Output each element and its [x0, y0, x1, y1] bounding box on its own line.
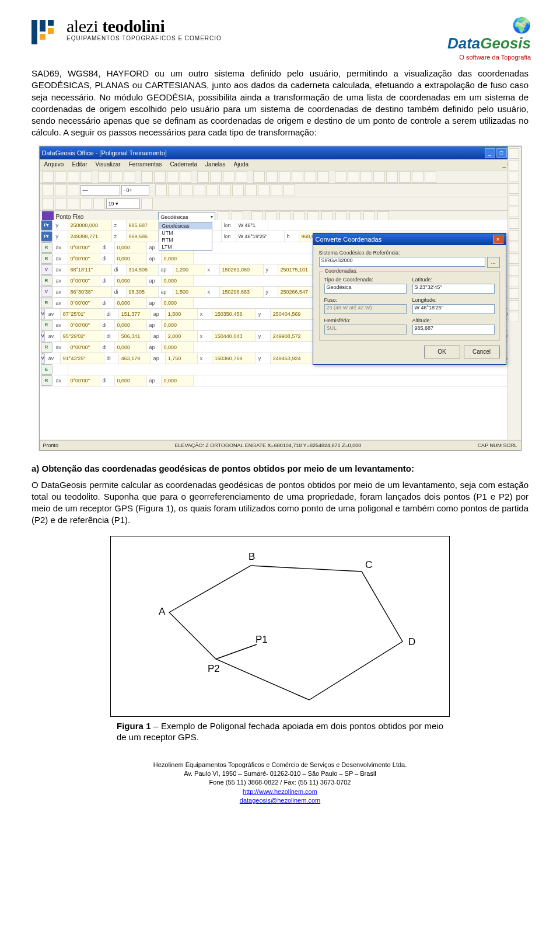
menu-ajuda[interactable]: Ajuda: [234, 161, 249, 168]
toolbar-button[interactable]: [42, 171, 54, 183]
rtool-button[interactable]: [509, 288, 519, 299]
table-cell[interactable]: 969,686: [127, 231, 159, 242]
table-cell[interactable]: y: [256, 309, 271, 319]
table-cell[interactable]: 0°00'00": [68, 298, 100, 308]
toolbar-button[interactable]: [348, 171, 359, 183]
table-cell[interactable]: 0°00'00": [68, 253, 100, 264]
toolbar-button[interactable]: [68, 171, 79, 183]
table-cell[interactable]: 314,506: [127, 264, 159, 275]
cancel-button[interactable]: Cancel: [464, 346, 500, 358]
toolbar-button[interactable]: [42, 198, 54, 210]
table-row[interactable]: Pry250000,000z985,687latS 23°32'45"lonW …: [40, 220, 508, 231]
table-cell[interactable]: 0,000: [162, 320, 194, 330]
lon-input[interactable]: W 46°18'25": [412, 304, 495, 314]
table-cell[interactable]: av: [54, 276, 68, 286]
table-cell[interactable]: ap: [147, 276, 162, 286]
table-cell[interactable]: 0,000: [115, 253, 147, 264]
layer-combo-2[interactable]: 19 ▾: [106, 198, 140, 209]
toolbar-button[interactable]: [80, 198, 92, 210]
rtool-button[interactable]: [509, 242, 519, 252]
table-cell[interactable]: 2,000: [166, 331, 198, 341]
table-row[interactable]: Rav0°00'00"di0,000ap0,000: [40, 375, 508, 386]
table-cell[interactable]: 0°00'00": [68, 375, 100, 386]
table-cell[interactable]: av: [46, 309, 61, 319]
table-cell[interactable]: di: [104, 353, 119, 364]
toolbar-button[interactable]: [111, 171, 123, 183]
table-cell[interactable]: di: [112, 264, 127, 275]
table-cell[interactable]: ap: [151, 353, 166, 364]
table-cell[interactable]: ap: [147, 320, 162, 330]
table-cell[interactable]: 0,000: [115, 298, 147, 308]
table-cell[interactable]: 1,500: [166, 309, 198, 319]
table-cell[interactable]: av: [54, 320, 68, 330]
table-cell[interactable]: y: [264, 287, 278, 297]
toolbar-button[interactable]: [317, 171, 329, 183]
toolbar-button[interactable]: [360, 171, 372, 183]
toolbar-button[interactable]: [68, 184, 79, 196]
table-cell[interactable]: y: [54, 220, 68, 231]
table-cell[interactable]: av: [46, 353, 61, 364]
ref-system-browse[interactable]: ...: [487, 257, 500, 268]
table-cell[interactable]: ap: [151, 309, 166, 319]
rtool-button[interactable]: [509, 300, 519, 311]
toolbar-button[interactable]: [304, 171, 316, 183]
table-cell[interactable]: di: [100, 242, 115, 253]
table-cell[interactable]: 250404,569: [271, 309, 314, 319]
rtool-button[interactable]: [509, 230, 519, 241]
table-cell[interactable]: 150350,456: [212, 309, 256, 319]
rtool-button[interactable]: [509, 253, 519, 264]
table-cell[interactable]: av: [54, 342, 68, 353]
table-cell[interactable]: di: [104, 331, 119, 341]
toolbar-button[interactable]: [236, 171, 247, 183]
table-cell[interactable]: di: [112, 287, 127, 297]
menu-janelas[interactable]: Janelas: [205, 161, 225, 168]
toolbar-button[interactable]: [219, 184, 231, 196]
toolbar-button[interactable]: [180, 171, 191, 183]
toolbar-button[interactable]: [141, 198, 153, 210]
table-cell[interactable]: 150296,663: [220, 287, 264, 297]
table-cell[interactable]: 250000,000: [68, 220, 112, 231]
table-cell[interactable]: di: [100, 276, 115, 286]
rtool-button[interactable]: [509, 183, 519, 194]
layer-combo[interactable]: —: [80, 185, 120, 196]
ref-system-select[interactable]: SIRGAS2000: [319, 257, 485, 267]
alt-input[interactable]: 985,687: [412, 325, 495, 334]
toolbar-button[interactable]: [197, 171, 209, 183]
table-cell[interactable]: ap: [159, 287, 173, 297]
table-cell[interactable]: 0,000: [115, 242, 147, 253]
menu-visualizar[interactable]: Visualizar: [96, 161, 121, 168]
table-cell[interactable]: ap: [147, 342, 162, 353]
toolbar-button[interactable]: [206, 184, 218, 196]
menu-caderneta[interactable]: Caderneta: [170, 161, 197, 168]
table-cell[interactable]: 249398,771: [68, 231, 112, 242]
table-cell[interactable]: av: [46, 331, 61, 341]
table-cell[interactable]: y: [256, 353, 271, 364]
table-cell[interactable]: x: [198, 309, 212, 319]
table-cell[interactable]: z: [112, 231, 127, 242]
toolbar-button[interactable]: [210, 171, 222, 183]
table-cell[interactable]: 86°30'38": [68, 287, 112, 297]
table-cell[interactable]: 463,179: [119, 353, 151, 364]
table-cell[interactable]: 0,000: [162, 375, 194, 386]
dd-item[interactable]: UTM: [159, 229, 212, 236]
rtool-button[interactable]: [509, 265, 519, 276]
toolbar-button[interactable]: [80, 171, 92, 183]
table-cell[interactable]: 1,500: [173, 287, 205, 297]
table-cell[interactable]: 88°18'11": [68, 264, 112, 275]
dd-item[interactable]: LTM: [159, 243, 212, 250]
toolbar-button[interactable]: [168, 184, 180, 196]
toolbar-button[interactable]: [124, 171, 135, 183]
table-cell[interactable]: lon: [222, 231, 236, 242]
toolbar-button[interactable]: [141, 171, 153, 183]
rtool-button[interactable]: [509, 218, 519, 229]
table-cell[interactable]: ap: [159, 264, 173, 275]
rtool-button[interactable]: [509, 172, 519, 182]
table-cell[interactable]: [54, 364, 68, 375]
table-cell[interactable]: 150440,043: [212, 331, 256, 341]
table-cell[interactable]: di: [100, 253, 115, 264]
table-cell[interactable]: av: [54, 253, 68, 264]
table-cell[interactable]: 0,000: [115, 375, 147, 386]
table-cell[interactable]: 98,305: [127, 287, 159, 297]
toolbar-button[interactable]: [55, 198, 66, 210]
table-cell[interactable]: 249453,924: [271, 353, 314, 364]
